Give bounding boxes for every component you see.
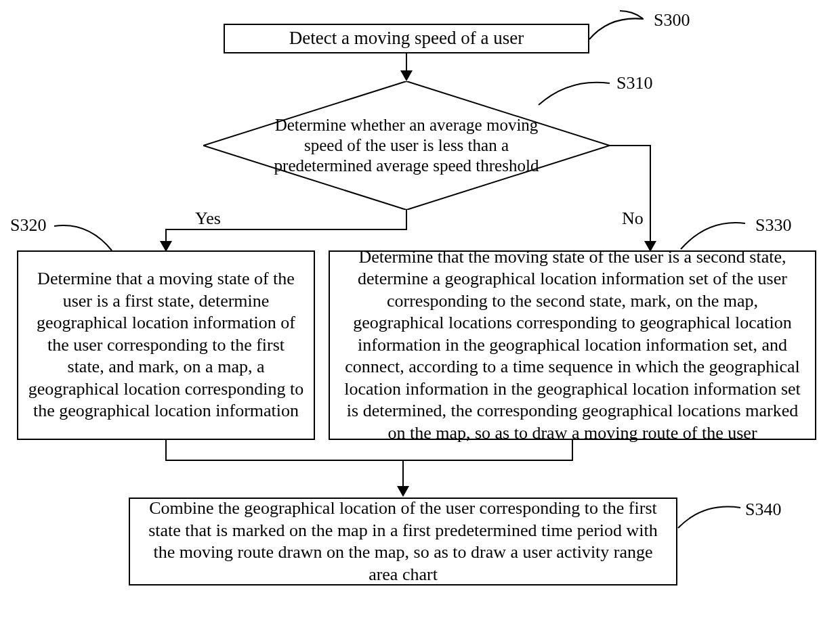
step-s340-text: Combine the geographical location of the… [140, 498, 667, 586]
step-s330: Determine that the moving state of the u… [329, 250, 816, 440]
step-s320-text: Determine that a moving state of the use… [28, 268, 304, 422]
step-s300: Detect a moving speed of a user [224, 24, 589, 53]
label-s300: S300 [654, 10, 690, 30]
label-s330: S330 [755, 215, 791, 236]
step-s340: Combine the geographical location of the… [129, 498, 677, 586]
leader-s320 [54, 218, 115, 255]
step-s330-text: Determine that the moving state of the u… [341, 246, 804, 445]
leader-s330 [677, 217, 752, 254]
leader-s310 [535, 78, 616, 112]
label-s340: S340 [745, 500, 781, 520]
leader-s340 [676, 501, 744, 538]
step-s320: Determine that a moving state of the use… [17, 250, 315, 440]
label-s310: S310 [616, 73, 652, 93]
edge-yes-label: Yes [195, 208, 221, 229]
decision-s310-text: Determine whether an average moving spee… [261, 115, 552, 176]
flowchart-canvas: Detect a moving speed of a user S300 Det… [0, 0, 840, 618]
step-s300-text: Detect a moving speed of a user [289, 27, 524, 50]
leader-s300 [586, 12, 654, 53]
label-s320: S320 [10, 215, 46, 236]
edge-no-label: No [622, 208, 644, 229]
